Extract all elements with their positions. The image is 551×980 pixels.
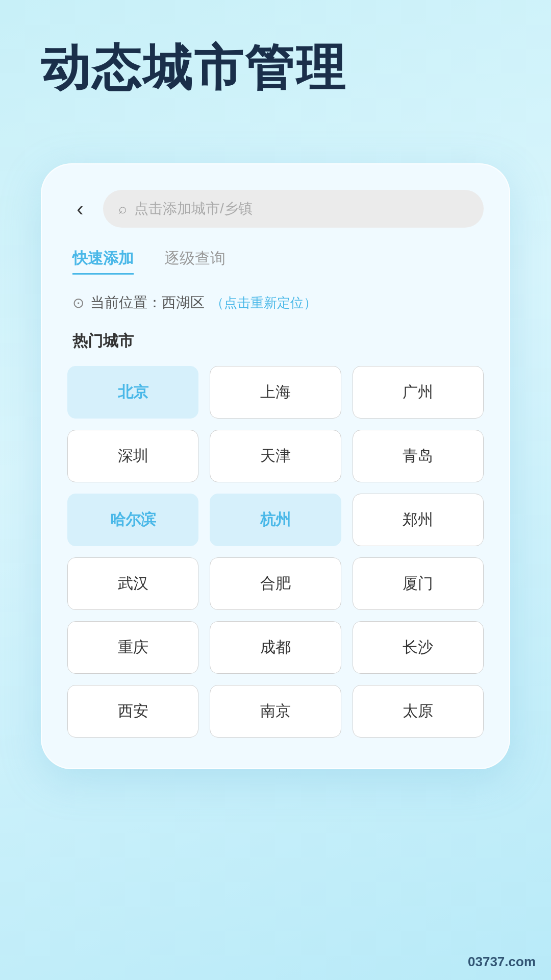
- search-icon: ⌕: [118, 201, 127, 217]
- city-btn-xian[interactable]: 西安: [67, 685, 198, 738]
- city-btn-beijing[interactable]: 北京: [67, 366, 198, 419]
- city-btn-shenzhen[interactable]: 深圳: [67, 430, 198, 482]
- city-btn-nanjing[interactable]: 南京: [210, 685, 341, 738]
- section-title: 热门城市: [67, 331, 484, 352]
- city-btn-zhengzhou[interactable]: 郑州: [353, 494, 484, 546]
- city-btn-haerbin[interactable]: 哈尔滨: [67, 494, 198, 546]
- city-btn-wuhan[interactable]: 武汉: [67, 557, 198, 610]
- city-btn-hangzhou[interactable]: 杭州: [210, 494, 341, 546]
- city-btn-chongqing[interactable]: 重庆: [67, 621, 198, 674]
- tab-step-query[interactable]: 逐级查询: [164, 248, 226, 275]
- city-btn-taiyuan[interactable]: 太原: [353, 685, 484, 738]
- tabs-row: 快速添加 逐级查询: [67, 248, 484, 275]
- search-row: ‹ ⌕ 点击添加城市/乡镇: [67, 190, 484, 228]
- relocation-button[interactable]: （点击重新定位）: [211, 294, 317, 312]
- search-bar[interactable]: ⌕ 点击添加城市/乡镇: [103, 190, 484, 228]
- location-text: 当前位置：西湖区: [90, 293, 205, 312]
- tab-quick-add[interactable]: 快速添加: [72, 248, 134, 275]
- location-row: ⊙ 当前位置：西湖区 （点击重新定位）: [67, 293, 484, 312]
- page-title: 动态城市管理: [41, 41, 347, 95]
- city-btn-xiamen[interactable]: 厦门: [353, 557, 484, 610]
- city-btn-qingdao[interactable]: 青岛: [353, 430, 484, 482]
- city-btn-chengdu[interactable]: 成都: [210, 621, 341, 674]
- city-btn-tianjin[interactable]: 天津: [210, 430, 341, 482]
- city-btn-changsha[interactable]: 长沙: [353, 621, 484, 674]
- back-button[interactable]: ‹: [67, 198, 93, 220]
- search-placeholder: 点击添加城市/乡镇: [134, 199, 253, 218]
- city-btn-shanghai[interactable]: 上海: [210, 366, 341, 419]
- watermark: 03737.com: [468, 954, 536, 970]
- city-btn-guangzhou[interactable]: 广州: [353, 366, 484, 419]
- city-grid: 北京上海广州深圳天津青岛哈尔滨杭州郑州武汉合肥厦门重庆成都长沙西安南京太原: [67, 366, 484, 738]
- phone-screen: ‹ ⌕ 点击添加城市/乡镇 快速添加 逐级查询 ⊙ 当前位置：西湖区 （点击重新…: [41, 163, 510, 769]
- city-btn-hefei[interactable]: 合肥: [210, 557, 341, 610]
- location-icon: ⊙: [72, 295, 84, 311]
